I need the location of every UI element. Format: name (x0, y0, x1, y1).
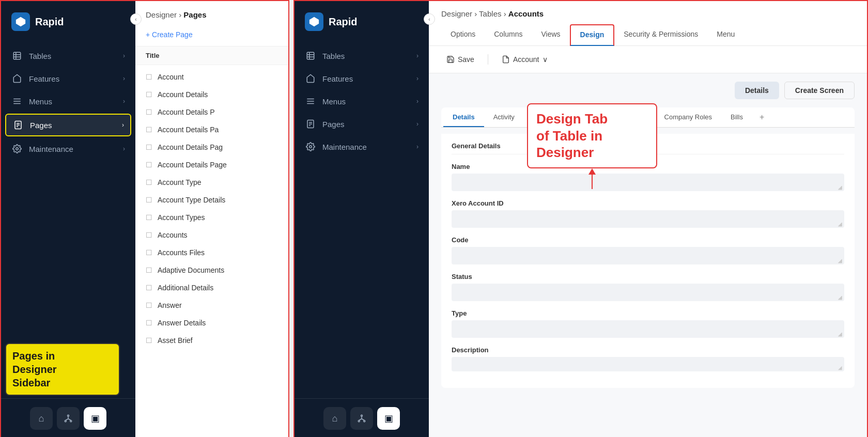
footer-home-btn-left[interactable]: ⌂ (30, 407, 53, 430)
tab-columns[interactable]: Columns (485, 25, 532, 45)
design-area: Design Tabof Table inDesigner Details Cr… (429, 73, 867, 437)
list-item[interactable]: ☐ Account Type Details (135, 191, 288, 209)
create-page-button[interactable]: + Create Page (146, 26, 193, 46)
page-file-icon: ☐ (146, 178, 152, 186)
svg-line-18 (68, 419, 71, 420)
maintenance-label-left: Maintenance (29, 145, 117, 153)
details-button[interactable]: Details (735, 82, 779, 99)
list-item[interactable]: ☐ Account Details Pag (135, 138, 288, 156)
features-icon-left (11, 73, 23, 84)
pages-table-header: Title (135, 46, 288, 65)
list-item[interactable]: ☐ Asset Brief (135, 332, 288, 349)
design-top-row: Details Create Screen (441, 82, 855, 99)
tab-views[interactable]: Views (532, 25, 570, 45)
page-file-icon: ☐ (146, 284, 152, 292)
tab-menu[interactable]: Menu (707, 25, 744, 45)
sidebar-item-features-right[interactable]: Features › (295, 67, 429, 90)
list-item[interactable]: ☐ Accounts (135, 226, 288, 244)
footer-designer-btn-left[interactable]: ▣ (84, 407, 106, 430)
right-panel: Rapid ‹ Tables › Features › (293, 0, 868, 437)
page-file-icon: ☐ (146, 266, 152, 274)
sub-tab-details[interactable]: Details (443, 108, 484, 127)
sidebar-item-menus-left[interactable]: Menus › (1, 90, 135, 113)
page-file-icon: ☐ (146, 319, 152, 327)
main-content: Designer › Tables › Accounts Options Col… (429, 1, 867, 437)
svg-point-34 (364, 420, 365, 422)
page-file-icon: ☐ (146, 231, 152, 239)
tab-design[interactable]: Design (570, 24, 615, 46)
pages-annotation: Pages inDesignerSidebar (5, 343, 120, 396)
list-item[interactable]: ☐ Adaptive Documents (135, 261, 288, 279)
page-file-icon: ☐ (146, 196, 152, 204)
list-item[interactable]: ☐ Account Type (135, 174, 288, 191)
code-input[interactable] (452, 247, 844, 264)
save-button[interactable]: Save (441, 52, 479, 67)
page-file-icon: ☐ (146, 213, 152, 222)
description-input-wrapper (452, 357, 844, 371)
list-item[interactable]: ☐ Account Types (135, 209, 288, 226)
sidebar-item-maintenance-right[interactable]: Maintenance › (295, 135, 429, 158)
footer-designer-btn-right[interactable]: ▣ (377, 407, 400, 430)
sidebar-footer-right: ⌂ ▣ (295, 398, 429, 437)
pages-icon-right (305, 118, 316, 130)
sub-tab-add-button[interactable]: + (752, 107, 771, 127)
sub-tab-bills[interactable]: Bills (721, 108, 752, 127)
resize-handle-code: ◢ (838, 258, 842, 263)
sidebar-item-tables-right[interactable]: Tables › (295, 44, 429, 67)
code-label: Code (452, 236, 844, 244)
page-file-icon: ☐ (146, 301, 152, 309)
list-item[interactable]: ☐ Additional Details (135, 279, 288, 296)
tab-options[interactable]: Options (441, 25, 485, 45)
arrow-line (592, 175, 593, 189)
footer-home-btn-right[interactable]: ⌂ (323, 407, 346, 430)
pages-icon-left (12, 119, 24, 131)
tables-label-left: Tables (29, 52, 117, 60)
list-item[interactable]: ☐ Account (135, 68, 288, 86)
list-item[interactable]: ☐ Account Details Page (135, 156, 288, 174)
page-file-icon: ☐ (146, 126, 152, 134)
list-item[interactable]: ☐ Account Details Pa (135, 121, 288, 138)
sub-tab-activity[interactable]: Activity (484, 108, 524, 127)
account-dropdown-button[interactable]: Account ∨ (497, 52, 553, 67)
list-item[interactable]: ☐ Account Details (135, 86, 288, 103)
tables-chevron-right: › (416, 52, 419, 59)
footer-sitemap-btn-left[interactable] (57, 407, 80, 430)
main-header: Designer › Tables › Accounts Options Col… (429, 1, 867, 46)
sidebar-item-features-left[interactable]: Features › (1, 67, 135, 90)
xero-account-id-input[interactable] (452, 210, 844, 228)
pages-label-right: Pages (322, 120, 410, 129)
maintenance-icon-right (305, 141, 316, 152)
tables-icon-left (11, 50, 23, 61)
sidebar-item-tables-left[interactable]: Tables › (1, 44, 135, 67)
features-label-left: Features (29, 74, 117, 83)
sub-tab-company-roles[interactable]: Company Roles (655, 108, 722, 127)
sidebar-item-menus-right[interactable]: Menus › (295, 90, 429, 113)
tables-icon-right (305, 50, 316, 61)
create-screen-button[interactable]: Create Screen (784, 82, 855, 99)
logo-icon-left (11, 12, 30, 31)
status-label: Status (452, 273, 844, 280)
xero-account-id-input-wrapper: ◢ (452, 210, 844, 228)
toolbar-divider (488, 54, 488, 65)
description-input[interactable] (452, 357, 844, 371)
tables-label-right: Tables (322, 52, 410, 60)
type-input[interactable] (452, 320, 844, 338)
sidebar-collapse-btn-right[interactable]: ‹ (424, 13, 435, 25)
main-tabs: Options Columns Views Design Security & … (441, 24, 855, 45)
sidebar-item-maintenance-left[interactable]: Maintenance › (1, 137, 135, 160)
main-breadcrumb: Designer › Tables › Accounts (441, 9, 855, 18)
list-item[interactable]: ☐ Answer (135, 296, 288, 314)
code-field: Code ◢ (452, 236, 844, 264)
tab-security[interactable]: Security & Permissions (614, 25, 707, 45)
sidebar-item-pages-left[interactable]: Pages › (5, 114, 131, 136)
sidebar-item-pages-right[interactable]: Pages › (295, 113, 429, 135)
svg-marker-19 (309, 17, 319, 26)
list-item[interactable]: ☐ Accounts Files (135, 244, 288, 261)
list-item[interactable]: ☐ Account Details P (135, 103, 288, 121)
footer-sitemap-btn-right[interactable] (350, 407, 373, 430)
status-input[interactable] (452, 284, 844, 301)
code-input-wrapper: ◢ (452, 247, 844, 264)
list-item[interactable]: ☐ Answer Details (135, 314, 288, 332)
status-field: Status ◢ (452, 273, 844, 301)
sidebar-collapse-btn-left[interactable]: ‹ (130, 13, 142, 25)
